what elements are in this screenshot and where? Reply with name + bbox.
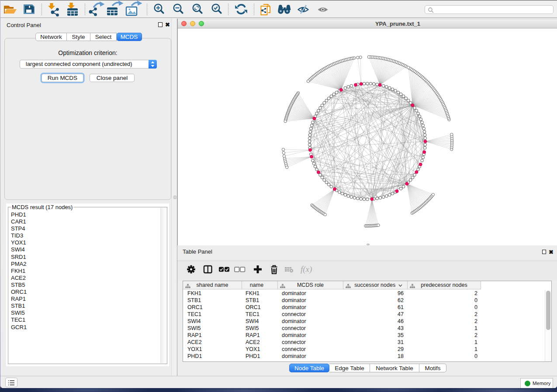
svg-text:f(x): f(x) (301, 265, 312, 274)
